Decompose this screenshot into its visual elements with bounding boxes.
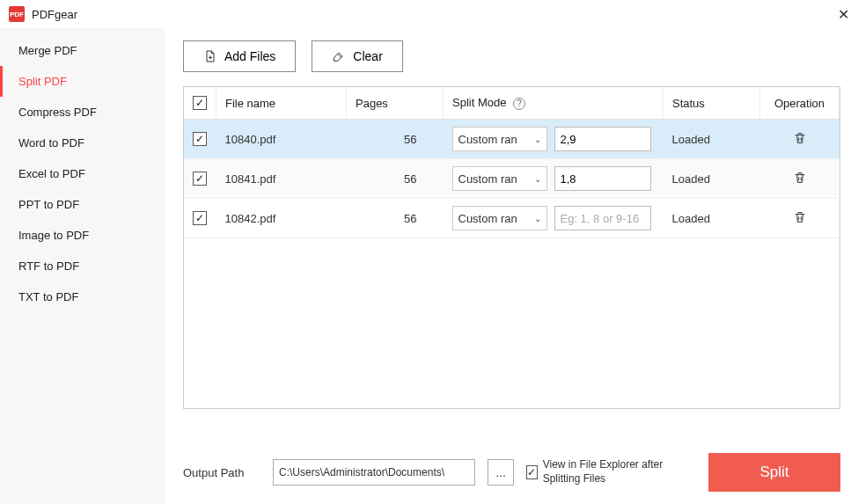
range-input[interactable] bbox=[554, 127, 651, 151]
cell-filename: 10841.pdf bbox=[216, 159, 347, 199]
delete-row-button[interactable] bbox=[793, 210, 807, 224]
cell-filename: 10842.pdf bbox=[216, 199, 347, 238]
clear-label: Clear bbox=[353, 49, 382, 63]
output-path-label: Output Path bbox=[183, 466, 260, 479]
add-files-label: Add Files bbox=[224, 49, 275, 63]
titlebar: PDF PDFgear ✕ bbox=[0, 0, 858, 28]
header-pages[interactable]: Pages bbox=[347, 87, 444, 120]
table-row[interactable]: 10842.pdf56Custom ran⌄Loaded bbox=[184, 199, 840, 238]
header-filename[interactable]: File name bbox=[216, 87, 347, 120]
sidebar-item-compress-pdf[interactable]: Compress PDF bbox=[0, 97, 165, 128]
split-mode-value: Custom ran bbox=[458, 212, 517, 225]
browse-button[interactable]: ... bbox=[488, 459, 514, 486]
main-panel: Add Files Clear File name Pages Split Mo… bbox=[165, 28, 858, 504]
chevron-down-icon: ⌄ bbox=[534, 174, 541, 184]
app-logo-icon: PDF bbox=[9, 6, 25, 22]
header-operation[interactable]: Operation bbox=[760, 87, 840, 120]
sidebar-item-txt-to-pdf[interactable]: TXT to PDF bbox=[0, 281, 165, 312]
cell-status: Loaded bbox=[664, 159, 760, 199]
chevron-down-icon: ⌄ bbox=[534, 135, 541, 144]
clear-icon bbox=[332, 49, 346, 63]
cell-pages: 56 bbox=[347, 199, 444, 238]
row-checkbox[interactable] bbox=[193, 211, 207, 225]
cell-pages: 56 bbox=[347, 159, 444, 199]
add-file-icon bbox=[203, 49, 217, 63]
row-checkbox[interactable] bbox=[193, 172, 207, 186]
header-splitmode[interactable]: Split Mode ? bbox=[444, 87, 664, 120]
close-button[interactable]: ✕ bbox=[823, 6, 849, 23]
split-mode-dropdown[interactable]: Custom ran⌄ bbox=[452, 166, 547, 191]
table-row[interactable]: 10841.pdf56Custom ran⌄Loaded bbox=[184, 159, 840, 199]
range-input[interactable] bbox=[554, 166, 651, 191]
sidebar-item-split-pdf[interactable]: Split PDF bbox=[0, 66, 165, 97]
app-title: PDFgear bbox=[32, 8, 823, 21]
split-mode-value: Custom ran bbox=[458, 172, 517, 186]
cell-status: Loaded bbox=[664, 199, 760, 238]
sidebar-item-ppt-to-pdf[interactable]: PPT to PDF bbox=[0, 189, 165, 220]
sidebar-item-rtf-to-pdf[interactable]: RTF to PDF bbox=[0, 251, 165, 281]
chevron-down-icon: ⌄ bbox=[534, 214, 541, 223]
range-input[interactable] bbox=[554, 206, 651, 230]
output-path-input[interactable]: C:\Users\Administrator\Documents\ bbox=[273, 459, 475, 486]
file-table: File name Pages Split Mode ? Status Oper… bbox=[183, 86, 840, 409]
table-row[interactable]: 10840.pdf56Custom ran⌄Loaded bbox=[184, 120, 840, 159]
footer: Output Path C:\Users\Administrator\Docum… bbox=[183, 435, 840, 504]
help-icon[interactable]: ? bbox=[513, 98, 525, 110]
sidebar-item-word-to-pdf[interactable]: Word to PDF bbox=[0, 128, 165, 158]
row-checkbox[interactable] bbox=[193, 132, 207, 146]
split-mode-value: Custom ran bbox=[458, 133, 517, 146]
header-splitmode-label: Split Mode bbox=[452, 96, 506, 109]
split-button[interactable]: Split bbox=[708, 453, 840, 492]
sidebar: Merge PDFSplit PDFCompress PDFWord to PD… bbox=[0, 28, 165, 504]
sidebar-item-merge-pdf[interactable]: Merge PDF bbox=[0, 35, 165, 66]
sidebar-item-image-to-pdf[interactable]: Image to PDF bbox=[0, 220, 165, 251]
cell-filename: 10840.pdf bbox=[216, 120, 347, 159]
split-mode-dropdown[interactable]: Custom ran⌄ bbox=[452, 127, 547, 151]
sidebar-item-excel-to-pdf[interactable]: Excel to PDF bbox=[0, 158, 165, 189]
split-mode-dropdown[interactable]: Custom ran⌄ bbox=[452, 206, 547, 230]
add-files-button[interactable]: Add Files bbox=[183, 40, 296, 72]
clear-button[interactable]: Clear bbox=[312, 40, 402, 72]
header-status[interactable]: Status bbox=[664, 87, 760, 120]
toolbar: Add Files Clear bbox=[183, 40, 840, 72]
header-check[interactable] bbox=[184, 87, 216, 120]
delete-row-button[interactable] bbox=[793, 131, 807, 145]
view-in-explorer-label: View in File Explorer after Splitting Fi… bbox=[543, 458, 685, 486]
select-all-checkbox[interactable] bbox=[193, 96, 207, 110]
view-in-explorer-checkbox[interactable] bbox=[526, 465, 538, 479]
cell-status: Loaded bbox=[664, 120, 760, 159]
delete-row-button[interactable] bbox=[793, 171, 807, 185]
cell-pages: 56 bbox=[347, 120, 444, 159]
